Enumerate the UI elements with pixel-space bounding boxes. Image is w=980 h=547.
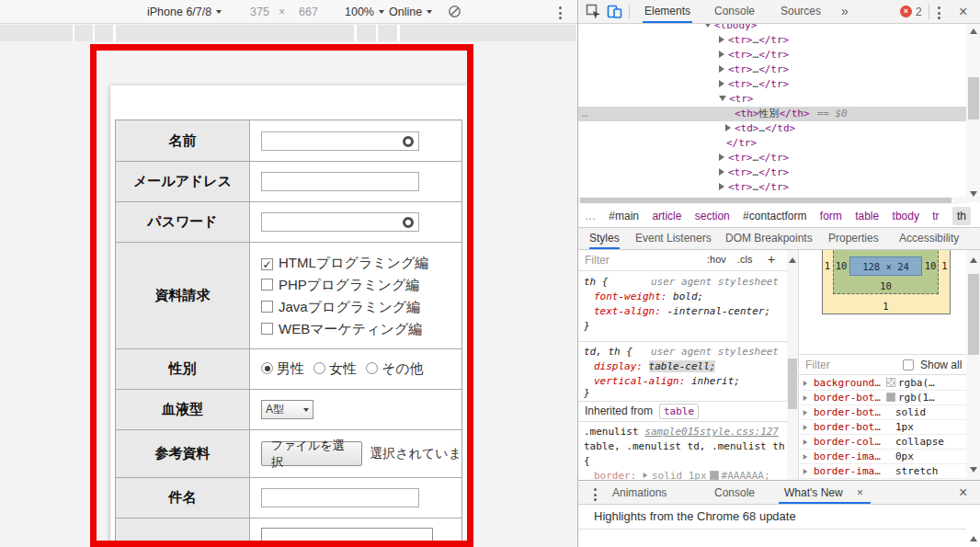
dom-tree-selected-line[interactable]: …<th>性別</th>== $0 <box>578 107 966 121</box>
collapse-arrow-icon[interactable] <box>719 51 724 58</box>
border-left-value[interactable]: 1 <box>822 260 833 271</box>
computed-property-row[interactable]: border-bot…solid <box>799 405 966 420</box>
tab-dom-breakpoints[interactable]: DOM Breakpoints <box>725 228 813 249</box>
device-toolbar-menu-icon[interactable] <box>559 6 562 22</box>
tab-console-drawer[interactable]: Console <box>714 482 755 504</box>
scrollbar-thumb[interactable] <box>788 359 797 409</box>
new-style-rule-button[interactable]: + <box>768 252 775 267</box>
computed-property-row[interactable]: border-ima…stretch <box>799 464 966 479</box>
breadcrumb-current[interactable]: th <box>952 207 971 225</box>
styles-filter-input[interactable]: Filter <box>585 254 610 267</box>
breadcrumb-item[interactable]: tbody <box>893 210 919 222</box>
breadcrumb-item[interactable]: table <box>855 210 879 222</box>
element-class-button[interactable]: .cls <box>737 254 753 265</box>
css-color-value[interactable]: #AAAAAA; <box>722 470 770 480</box>
tab-accessibility[interactable]: Accessibility <box>899 228 959 249</box>
devtools-close-icon[interactable]: × <box>959 5 967 19</box>
show-all-checkbox[interactable] <box>903 359 914 371</box>
device-toolbar-toggle-icon[interactable] <box>607 4 622 22</box>
scrollbar-thumb[interactable] <box>580 198 952 203</box>
scroll-up-icon[interactable] <box>970 257 977 263</box>
error-icon[interactable]: × <box>900 6 912 17</box>
expand-property-icon[interactable] <box>803 395 808 401</box>
tab-close-icon[interactable]: × <box>857 482 863 504</box>
dom-tree-line[interactable]: <tr>…</tr> <box>578 77 966 92</box>
style-rule[interactable]: .menulistsample015style.css:127 table, .… <box>578 422 788 480</box>
box-model-content[interactable]: 128 × 24 <box>849 256 922 276</box>
computed-property-row[interactable]: border-bot…1px <box>799 420 966 435</box>
dom-tree-line[interactable]: <tr>…</tr> <box>578 33 966 48</box>
stylesheet-link[interactable]: sample015style.css:127 <box>644 425 779 439</box>
expand-arrow-icon[interactable] <box>704 24 712 28</box>
inherited-node-link[interactable]: table <box>659 404 699 419</box>
color-swatch[interactable] <box>886 378 895 387</box>
tab-properties[interactable]: Properties <box>828 228 879 249</box>
block-icon[interactable] <box>448 5 462 21</box>
collapse-arrow-icon[interactable] <box>719 80 724 87</box>
scroll-up-icon[interactable] <box>789 257 796 263</box>
more-tabs-icon[interactable]: » <box>839 0 850 23</box>
dom-tree-line[interactable]: </tr> <box>578 136 966 151</box>
tab-console[interactable]: Console <box>712 0 757 23</box>
collapse-arrow-icon[interactable] <box>719 154 724 161</box>
expand-property-icon[interactable] <box>803 469 808 474</box>
scroll-up-icon[interactable] <box>970 536 977 541</box>
dom-tree-horizontal-scrollbar[interactable] <box>578 197 966 204</box>
breadcrumb-item[interactable]: form <box>820 210 842 222</box>
collapse-arrow-icon[interactable] <box>719 168 724 176</box>
viewport-height-field[interactable]: 667 <box>299 6 318 18</box>
css-property-name[interactable]: text-align: <box>594 305 661 317</box>
breadcrumb-item[interactable]: section <box>695 210 730 222</box>
css-property-name[interactable]: border: <box>594 470 636 480</box>
rule-selector[interactable]: .menulist <box>584 426 639 438</box>
device-select[interactable]: iPhone 6/7/8 <box>147 6 222 18</box>
color-swatch[interactable] <box>886 393 895 402</box>
css-property-name[interactable]: font-weight: <box>594 291 667 302</box>
dom-tree-line[interactable]: <tr>…</tr> <box>578 165 966 180</box>
breadcrumb-item[interactable]: article <box>652 210 681 222</box>
padding-right-value[interactable]: 10 <box>922 260 939 271</box>
collapse-arrow-icon[interactable] <box>725 124 731 131</box>
drawer-menu-icon[interactable] <box>594 488 597 504</box>
css-property-name[interactable]: display: <box>594 360 643 372</box>
padding-left-value[interactable]: 10 <box>833 260 849 271</box>
collapse-arrow-icon[interactable] <box>719 183 724 190</box>
collapse-arrow-icon[interactable] <box>719 65 724 73</box>
scrollbar-thumb[interactable] <box>968 77 979 120</box>
collapse-arrow-icon[interactable] <box>719 36 724 43</box>
breadcrumb-item[interactable]: #contactform <box>743 210 806 222</box>
node-menu-icon[interactable]: … <box>582 107 589 121</box>
dom-tree-line[interactable]: <tr>…</tr> <box>578 180 966 195</box>
rule-selector[interactable]: table, .menulist td, .menulist th <box>584 440 785 452</box>
pseudo-state-button[interactable]: :hov <box>707 254 726 265</box>
scrollbar-thumb[interactable] <box>968 274 979 355</box>
breadcrumb-item[interactable]: #main <box>609 210 639 222</box>
tab-event-listeners[interactable]: Event Listeners <box>635 228 712 249</box>
computed-property-row[interactable]: border-bot…rgb(1… <box>799 391 966 405</box>
computed-pane-scrollbar[interactable] <box>966 250 980 480</box>
dom-tree-line[interactable]: <tr>…</tr> <box>578 151 966 165</box>
expand-property-icon[interactable] <box>803 381 808 386</box>
dom-tree-line[interactable]: <tbody> <box>578 24 966 33</box>
css-property-value[interactable]: -internal-center; <box>667 305 770 317</box>
css-property-value[interactable]: solid 1px <box>652 470 707 480</box>
breadcrumb-item[interactable]: tr <box>932 210 939 222</box>
computed-property-row[interactable]: background…rgba(… <box>799 376 966 391</box>
style-rule[interactable]: td, th {user agent stylesheet display: t… <box>578 342 788 402</box>
expand-property-icon[interactable] <box>644 473 648 478</box>
dom-tree-line[interactable]: <tr>…</tr> <box>578 48 966 63</box>
media-query-bar[interactable] <box>0 25 577 41</box>
zoom-select[interactable]: 100% <box>345 6 384 18</box>
color-swatch[interactable] <box>710 471 719 480</box>
padding-bottom-value[interactable]: 10 <box>865 280 906 291</box>
styles-pane-scrollbar[interactable] <box>787 250 798 480</box>
expand-property-icon[interactable] <box>803 410 808 416</box>
dom-tree-line[interactable]: <tr>…</tr> <box>578 63 966 77</box>
tab-animations[interactable]: Animations <box>612 482 667 504</box>
error-count[interactable]: 2 <box>916 6 922 18</box>
computed-property-row[interactable]: border-col…collapse <box>799 435 966 450</box>
tab-sources[interactable]: Sources <box>779 0 823 23</box>
css-property-value[interactable]: table-cell; <box>649 360 716 372</box>
scroll-down-icon[interactable] <box>970 467 977 473</box>
breadcrumb-overflow[interactable]: … <box>585 210 596 222</box>
